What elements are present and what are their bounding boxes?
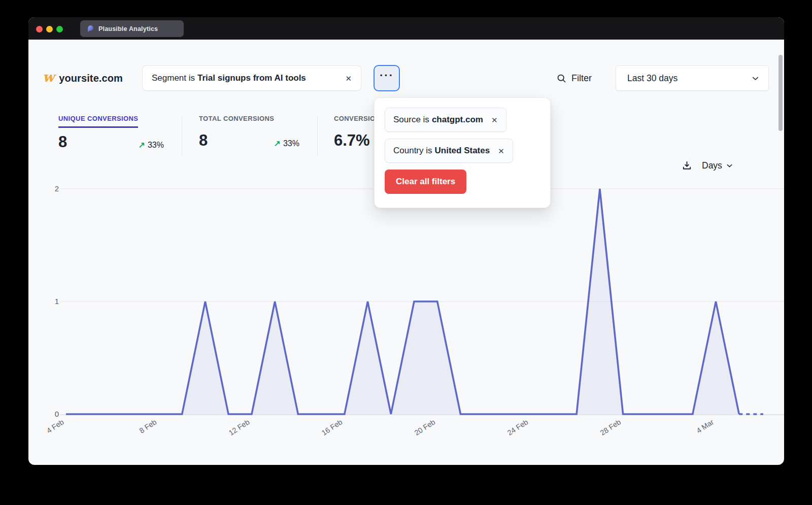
plausible-favicon-icon bbox=[86, 25, 94, 32]
filter-button-label: Filter bbox=[571, 73, 592, 84]
conversions-chart[interactable]: 0124 Feb8 Feb12 Feb16 Feb20 Feb24 Feb28 … bbox=[28, 170, 784, 454]
chevron-down-icon bbox=[751, 74, 760, 83]
segment-filter-prefix: Segment is bbox=[152, 73, 195, 83]
country-filter-chip[interactable]: Country is United States ✕ bbox=[385, 139, 513, 163]
trend-up-icon: ↗ bbox=[274, 139, 281, 148]
date-range-value: Last 30 days bbox=[627, 73, 678, 84]
metric-divider bbox=[182, 117, 182, 155]
country-filter-value: United States bbox=[435, 146, 490, 156]
remove-country-filter-icon[interactable]: ✕ bbox=[490, 147, 504, 155]
x-axis-label: 24 Feb bbox=[506, 418, 530, 437]
country-filter-prefix: Country is bbox=[393, 146, 432, 156]
remove-source-filter-icon[interactable]: ✕ bbox=[483, 116, 498, 124]
scrollbar-thumb[interactable] bbox=[779, 55, 783, 131]
segment-filter-chip[interactable]: Segment is Trial signups from AI tools ✕ bbox=[142, 65, 361, 91]
minimize-window-button[interactable] bbox=[46, 26, 53, 32]
metric-tab-unique-conversions[interactable]: UNIQUE CONVERSIONS 8 ↗ 33% bbox=[58, 114, 164, 150]
metric-divider bbox=[317, 117, 318, 155]
clear-all-filters-button[interactable]: Clear all filters bbox=[385, 170, 466, 194]
search-icon bbox=[556, 73, 567, 84]
site-logo-icon: w bbox=[43, 70, 54, 84]
trend-up-icon: ↗ bbox=[139, 140, 145, 150]
x-axis-label: 4 Mar bbox=[695, 418, 715, 435]
chevron-down-icon bbox=[725, 161, 734, 170]
tab-title: Plausible Analytics bbox=[98, 25, 158, 32]
metric-change: ↗ 33% bbox=[139, 140, 164, 150]
site-name: yoursite.com bbox=[59, 73, 123, 84]
x-axis-label: 4 Feb bbox=[45, 418, 65, 435]
y-axis-label: 1 bbox=[55, 297, 59, 306]
source-filter-prefix: Source is bbox=[393, 115, 429, 125]
x-axis-label: 12 Feb bbox=[227, 418, 251, 437]
metric-tab-total-conversions[interactable]: TOTAL CONVERSIONS 8 ↗ 33% bbox=[199, 114, 299, 148]
metric-value: 8 bbox=[199, 132, 208, 148]
source-filter-value: chatgpt.com bbox=[432, 115, 483, 125]
metric-value: 6.7% bbox=[334, 132, 370, 148]
browser-titlebar: Plausible Analytics bbox=[28, 17, 784, 40]
source-filter-chip[interactable]: Source is chatgpt.com ✕ bbox=[385, 108, 506, 132]
browser-window: Plausible Analytics w yoursite.com Segme… bbox=[28, 17, 784, 465]
metric-label: UNIQUE CONVERSIONS bbox=[58, 115, 138, 128]
browser-tab[interactable]: Plausible Analytics bbox=[80, 20, 184, 37]
close-window-button[interactable] bbox=[36, 26, 43, 32]
x-axis-label: 28 Feb bbox=[599, 418, 623, 437]
x-axis-label: 8 Feb bbox=[138, 418, 158, 435]
site-switcher[interactable]: w yoursite.com bbox=[43, 65, 123, 91]
segment-filter-value: Trial signups from AI tools bbox=[197, 73, 306, 83]
metric-label: TOTAL CONVERSIONS bbox=[199, 115, 274, 126]
remove-segment-filter-icon[interactable]: ✕ bbox=[338, 75, 352, 82]
filter-button[interactable]: Filter bbox=[556, 65, 592, 91]
metric-value: 8 bbox=[58, 134, 67, 150]
date-range-dropdown[interactable]: Last 30 days bbox=[616, 65, 769, 91]
x-axis-label: 20 Feb bbox=[413, 418, 437, 437]
y-axis-label: 0 bbox=[55, 410, 59, 418]
filters-popup: Source is chatgpt.com ✕ Country is Unite… bbox=[374, 97, 551, 208]
y-axis-label: 2 bbox=[55, 184, 59, 193]
x-axis-label: 16 Feb bbox=[320, 418, 344, 437]
metric-change: ↗ 33% bbox=[274, 139, 299, 148]
more-filters-button[interactable]: ··· bbox=[374, 65, 400, 91]
zoom-window-button[interactable] bbox=[56, 26, 63, 32]
